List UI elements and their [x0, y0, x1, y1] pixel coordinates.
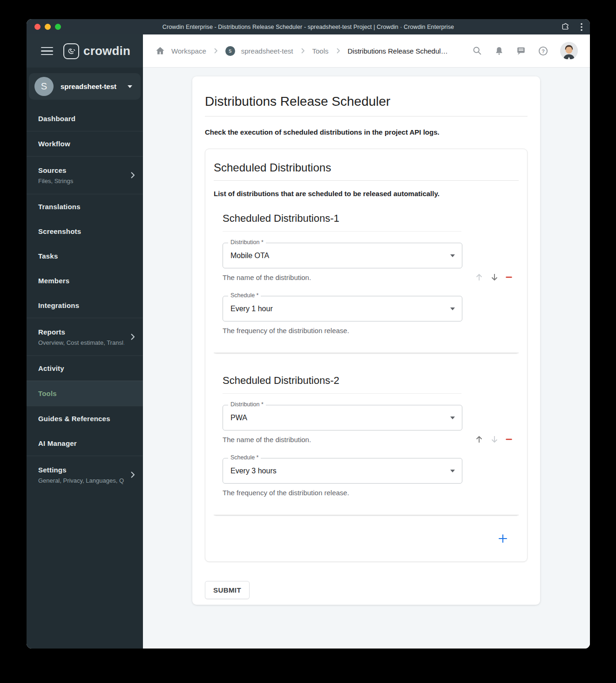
sidebar: crowdin S spreadsheet-test Dashboard Wor… [27, 34, 143, 649]
kebab-menu-icon[interactable] [581, 23, 582, 31]
group-title: Scheduled Distributions-1 [223, 212, 461, 232]
distribution-select[interactable]: Distribution * PWA [223, 405, 462, 430]
field-value: Every 1 hour [223, 296, 462, 321]
field-label: Schedule * [228, 454, 261, 461]
field-helper: The frequency of the distribution releas… [223, 489, 349, 497]
bell-icon[interactable] [494, 46, 504, 56]
field-label: Distribution * [228, 239, 266, 246]
page-content: Distributions Release Scheduler Check th… [143, 68, 590, 649]
search-icon[interactable] [472, 46, 482, 56]
field-label: Distribution * [228, 401, 266, 408]
window-controls [34, 24, 61, 30]
breadcrumb-current: Distributions Release Schedul… [348, 47, 448, 55]
home-icon[interactable] [155, 46, 165, 56]
close-button[interactable] [34, 24, 41, 30]
minimize-button[interactable] [45, 24, 51, 30]
caret-down-icon [128, 85, 132, 88]
sidebar-item-reports[interactable]: Reports Overview, Cost estimate, Transl… [27, 318, 143, 355]
chevron-right-icon [214, 48, 217, 54]
project-selector[interactable]: S spreadsheet-test [29, 73, 141, 100]
breadcrumb-workspace[interactable]: Workspace [171, 47, 206, 55]
remove-icon[interactable] [505, 436, 513, 443]
sidebar-nav: Dashboard Workflow Sources Files, String… [27, 106, 143, 493]
group-title: Scheduled Distributions-2 [223, 375, 461, 394]
breadcrumb-project-avatar: s [225, 46, 235, 56]
sidebar-item-ai-manager[interactable]: AI Manager [27, 431, 143, 456]
browser-window: Crowdin Enterprise - Distributions Relea… [27, 19, 590, 649]
sidebar-item-dashboard[interactable]: Dashboard [27, 106, 143, 131]
extensions-icon[interactable] [561, 22, 569, 31]
field-value: Mobile OTA [223, 243, 462, 268]
schedule-select[interactable]: Schedule * Every 1 hour [223, 296, 462, 321]
sidebar-item-sources[interactable]: Sources Files, Strings [27, 156, 143, 194]
panel-title: Scheduled Distributions [214, 161, 519, 181]
panel-description: List of distributions that are scheduled… [214, 190, 519, 198]
browser-titlebar: Crowdin Enterprise - Distributions Relea… [27, 19, 590, 34]
chevron-right-icon [131, 172, 135, 178]
distribution-group-2: Scheduled Distributions-2 Distribution *… [214, 375, 519, 515]
chevron-right-icon [131, 471, 135, 478]
browser-tab-title: Crowdin Enterprise - Distributions Relea… [162, 24, 454, 30]
distribution-group-1: Scheduled Distributions-1 Distribution *… [214, 212, 519, 353]
breadcrumb-project[interactable]: spreadsheet-test [241, 47, 293, 55]
move-up-icon[interactable] [474, 273, 484, 282]
hamburger-icon[interactable] [41, 47, 53, 55]
field-helper: The frequency of the distribution releas… [223, 327, 349, 335]
sidebar-item-members[interactable]: Members [27, 268, 143, 293]
help-icon[interactable]: ? [538, 46, 548, 56]
field-label: Schedule * [228, 292, 261, 299]
sidebar-item-workflow[interactable]: Workflow [27, 131, 143, 156]
tool-card: Distributions Release Scheduler Check th… [192, 76, 540, 605]
sidebar-item-screenshots[interactable]: Screenshots [27, 219, 143, 244]
field-helper: The name of the distribution. [223, 273, 311, 281]
caret-down-icon [450, 417, 455, 419]
crowdin-logo-icon [63, 43, 79, 59]
sidebar-item-translations[interactable]: Translations [27, 194, 143, 219]
move-down-icon[interactable] [490, 273, 499, 282]
crowdin-wordmark: crowdin [83, 44, 130, 58]
header: Workspace s spreadsheet-test Tools Distr… [143, 34, 590, 68]
page-description: Check the execution of scheduled distrib… [205, 128, 528, 136]
chat-icon[interactable] [516, 46, 526, 56]
caret-down-icon [450, 307, 455, 310]
distribution-select[interactable]: Distribution * Mobile OTA [223, 243, 462, 268]
caret-down-icon [450, 470, 455, 472]
field-value: Every 3 hours [223, 458, 462, 483]
sidebar-item-tasks[interactable]: Tasks [27, 244, 143, 268]
project-name: spreadsheet-test [61, 82, 121, 90]
page-title: Distributions Release Scheduler [205, 94, 528, 116]
submit-button[interactable]: SUBMIT [205, 581, 250, 599]
sidebar-item-settings[interactable]: Settings General, Privacy, Languages, Q… [27, 456, 143, 493]
field-value: PWA [223, 405, 462, 430]
crowdin-logo[interactable]: crowdin [63, 43, 130, 59]
sidebar-item-integrations[interactable]: Integrations [27, 293, 143, 318]
svg-text:?: ? [542, 48, 545, 54]
field-helper: The name of the distribution. [223, 436, 311, 444]
add-icon[interactable] [497, 533, 508, 544]
user-avatar[interactable] [560, 42, 578, 60]
chevron-right-icon [131, 334, 135, 340]
sidebar-item-guides-references[interactable]: Guides & References [27, 406, 143, 431]
schedule-select[interactable]: Schedule * Every 3 hours [223, 458, 462, 484]
project-avatar: S [34, 77, 54, 96]
caret-down-icon [450, 254, 455, 257]
chevron-right-icon [301, 48, 305, 54]
sidebar-item-tools[interactable]: Tools [27, 381, 143, 406]
breadcrumb-tools[interactable]: Tools [312, 47, 329, 55]
zoom-button[interactable] [55, 24, 61, 30]
remove-icon[interactable] [505, 273, 513, 281]
sidebar-item-activity[interactable]: Activity [27, 355, 143, 381]
scheduled-distributions-panel: Scheduled Distributions List of distribu… [205, 149, 528, 562]
move-up-icon[interactable] [474, 435, 484, 444]
chevron-right-icon [337, 48, 340, 54]
move-down-icon[interactable] [490, 435, 499, 444]
